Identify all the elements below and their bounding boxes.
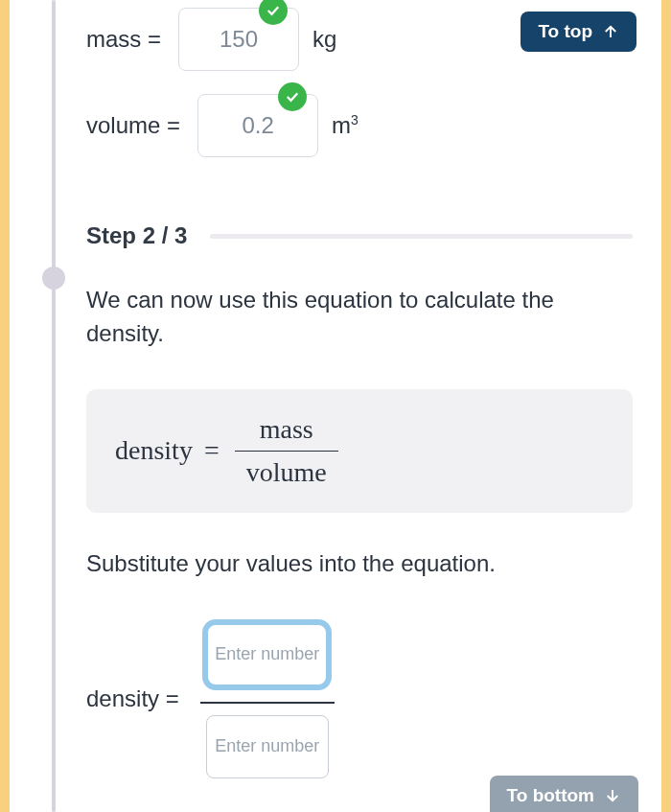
mass-input-wrap	[178, 8, 299, 71]
content-card: To top To bottom mass = kg	[10, 0, 661, 812]
timeline-rail	[52, 0, 56, 812]
equation-equals: =	[204, 435, 220, 466]
substitution-equation: density =	[86, 619, 633, 778]
substitution-bar	[200, 702, 335, 704]
substitute-text: Substitute your values into the equation…	[86, 547, 633, 581]
volume-unit-sup: 3	[351, 112, 359, 128]
equation-box: density = mass volume	[86, 389, 633, 514]
equation-lhs: density	[115, 435, 193, 466]
substitution-lhs: density =	[86, 685, 179, 712]
mass-unit: kg	[312, 26, 336, 53]
denominator-input[interactable]	[206, 715, 329, 778]
volume-row: volume = m3	[86, 94, 633, 157]
page: To top To bottom mass = kg	[0, 0, 671, 812]
mass-label: mass =	[86, 26, 161, 53]
main-content: mass = kg volume = m3	[86, 0, 633, 812]
equation-denominator: volume	[235, 455, 338, 490]
intro-text: We can now use this equation to calculat…	[86, 284, 633, 351]
substitution-fraction	[197, 619, 338, 778]
volume-label: volume =	[86, 112, 180, 139]
numerator-input[interactable]	[202, 619, 332, 690]
equation-fraction: mass volume	[235, 412, 338, 491]
step-divider	[210, 234, 633, 239]
volume-unit-base: m	[332, 112, 351, 138]
step-title: Step 2 / 3	[86, 222, 187, 249]
equation-numerator: mass	[248, 412, 325, 447]
check-circle-icon	[278, 82, 307, 111]
step-header: Step 2 / 3	[86, 222, 633, 249]
equation-bar	[235, 451, 338, 452]
volume-unit: m3	[332, 112, 359, 139]
timeline-step-dot	[42, 267, 65, 290]
volume-input-wrap	[197, 94, 318, 157]
mass-row: mass = kg	[86, 8, 633, 71]
